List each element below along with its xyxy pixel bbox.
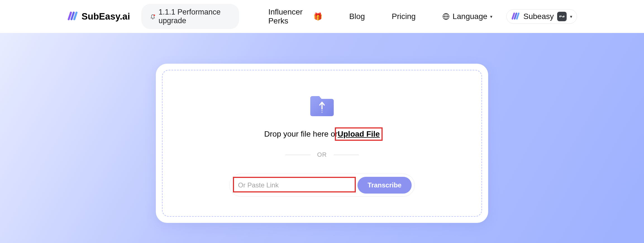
svg-point-0	[153, 15, 155, 16]
user-menu[interactable]: Subeasy ▾	[506, 9, 577, 24]
svg-point-4	[322, 110, 323, 111]
chevron-down-icon: ▾	[490, 14, 492, 19]
language-label: Language	[452, 12, 487, 21]
announcement-pill[interactable]: 1.1.1 Performance upgrade	[141, 4, 239, 29]
logo-icon	[67, 11, 78, 22]
upload-file-link[interactable]: Upload File	[338, 130, 380, 139]
logo-text: SubEasy.ai	[82, 11, 130, 22]
infinity-badge-icon	[557, 12, 567, 21]
paste-link-row: Transcribe	[229, 174, 414, 197]
bell-icon	[150, 13, 156, 20]
header: SubEasy.ai 1.1.1 Performance upgrade Inf…	[0, 0, 644, 33]
nav-pricing[interactable]: Pricing	[392, 12, 416, 21]
folder-upload-icon	[308, 93, 336, 118]
nav-blog[interactable]: Blog	[349, 12, 365, 21]
nav-influencer-label: Influencer Perks	[268, 8, 312, 25]
or-divider: OR	[285, 151, 359, 158]
drop-text: Drop your file here or Upload File	[264, 130, 380, 139]
language-dropdown[interactable]: Language ▾	[442, 12, 492, 21]
gift-icon: 🎁	[313, 12, 322, 21]
divider-line	[334, 155, 359, 155]
nav-influencer-perks[interactable]: Influencer Perks 🎁	[268, 8, 323, 25]
svg-point-5	[322, 112, 323, 113]
user-logo-icon	[511, 12, 520, 21]
transcribe-button[interactable]: Transcribe	[357, 177, 411, 194]
announcement-text: 1.1.1 Performance upgrade	[159, 8, 231, 25]
or-label: OR	[317, 151, 327, 158]
upload-card: Drop your file here or Upload File OR Tr…	[156, 64, 488, 223]
upload-dropzone[interactable]: Drop your file here or Upload File OR Tr…	[162, 70, 482, 217]
chevron-down-icon: ▾	[570, 14, 572, 19]
logo[interactable]: SubEasy.ai	[67, 11, 130, 22]
divider-line	[285, 155, 311, 155]
username: Subeasy	[523, 12, 554, 21]
drop-prefix: Drop your file here or	[264, 130, 338, 139]
paste-link-input[interactable]	[232, 178, 352, 192]
globe-icon	[442, 13, 450, 20]
hero-section: Drop your file here or Upload File OR Tr…	[0, 33, 644, 243]
